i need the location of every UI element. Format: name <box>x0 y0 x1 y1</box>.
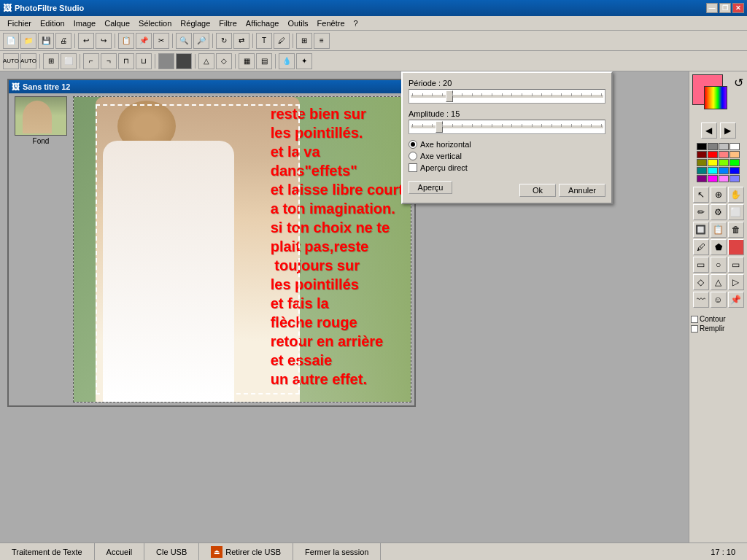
palette-color[interactable] <box>729 175 740 182</box>
apercu-button[interactable]: Aperçu <box>409 181 452 194</box>
apercu-direct-row[interactable]: Aperçu direct <box>409 163 605 172</box>
prev-color-button[interactable]: ◀ <box>701 122 717 139</box>
shape-btn-3[interactable]: ⊓ <box>118 53 134 69</box>
menu-item-fentre[interactable]: Fenêtre <box>313 18 349 29</box>
wave-tool[interactable]: 〰 <box>693 292 709 308</box>
shape-btn-1[interactable]: ⌐ <box>83 53 99 69</box>
color-picker[interactable]: ↺ <box>692 74 745 118</box>
arrow-shape-tool[interactable]: ▷ <box>728 274 744 290</box>
radio-vertical[interactable]: Axe vertical <box>409 152 605 160</box>
zoom-out-button[interactable]: 🔎 <box>193 33 209 49</box>
polygon-tool[interactable]: ⬟ <box>711 239 727 255</box>
minimize-button[interactable]: — <box>706 3 718 13</box>
line-tool[interactable]: ▭ <box>728 257 744 273</box>
auto-button[interactable]: AUTO <box>3 53 19 69</box>
palette-color[interactable] <box>719 151 729 158</box>
settings-tool[interactable]: ⚙ <box>711 204 727 220</box>
open-button[interactable]: 📁 <box>20 33 36 49</box>
palette-color[interactable] <box>719 175 729 182</box>
lasso-tool[interactable]: ⊕ <box>711 187 727 203</box>
eraser-tool[interactable]: ⬜ <box>728 204 744 220</box>
shape-btn-2[interactable]: ¬ <box>101 53 117 69</box>
layers-button[interactable]: ≡ <box>314 33 330 49</box>
crop-tool[interactable]: 🔲 <box>693 222 709 238</box>
periode-slider[interactable] <box>409 89 605 104</box>
new-button[interactable]: 📄 <box>3 33 19 49</box>
radio-horizontal[interactable]: Axe horizontal <box>409 140 605 149</box>
print-button[interactable]: 🖨 <box>55 33 71 49</box>
palette-color[interactable] <box>729 143 740 150</box>
palette-color[interactable] <box>697 151 707 158</box>
pencil-tool[interactable]: ✏ <box>693 204 709 220</box>
palette-color[interactable] <box>708 175 718 182</box>
diamond-btn[interactable]: ◇ <box>216 53 232 69</box>
radio-vertical-circle[interactable] <box>409 152 417 160</box>
menu-item-slection[interactable]: Sélection <box>134 18 176 29</box>
palette-color[interactable] <box>729 167 740 174</box>
arrow-tool[interactable]: ↖ <box>693 187 709 203</box>
transform-button[interactable]: ⊞ <box>43 53 59 69</box>
menu-item-calque[interactable]: Calque <box>100 18 134 29</box>
flip-button[interactable]: ⇄ <box>233 33 249 49</box>
text-button[interactable]: T <box>256 33 272 49</box>
palette-color[interactable] <box>708 143 718 150</box>
amplitude-slider[interactable] <box>409 120 605 134</box>
delete-tool[interactable]: 🗑 <box>728 222 744 238</box>
remplir-checkbox[interactable] <box>691 325 698 332</box>
save-button[interactable]: 💾 <box>38 33 54 49</box>
undo-button[interactable]: ↩ <box>78 33 94 49</box>
brush-button[interactable]: 🖊 <box>274 33 290 49</box>
main-canvas[interactable]: reste bien surles pointillés.et la vadan… <box>73 96 411 402</box>
status-traitement[interactable]: Traitement de Texte <box>0 543 95 560</box>
palette-color[interactable] <box>697 159 707 166</box>
palette-color[interactable] <box>729 159 740 166</box>
star-btn[interactable]: ✦ <box>296 53 312 69</box>
menu-item-edition[interactable]: Edition <box>36 18 69 29</box>
menu-item-fichier[interactable]: Fichier <box>3 18 36 29</box>
amplitude-thumb[interactable] <box>436 121 443 133</box>
menu-item-[interactable]: ? <box>349 18 363 29</box>
fill-tool[interactable] <box>728 239 744 255</box>
palette-color[interactable] <box>697 167 707 174</box>
zoom-in-button[interactable]: 🔍 <box>176 33 192 49</box>
menu-item-rglage[interactable]: Réglage <box>176 18 214 29</box>
face-tool[interactable]: ☺ <box>711 292 727 308</box>
palette-color[interactable] <box>708 159 718 166</box>
palette-color[interactable] <box>729 151 740 158</box>
rotate-button[interactable]: ↻ <box>216 33 232 49</box>
secondary-color[interactable] <box>704 86 727 109</box>
grid-button[interactable]: ⊞ <box>296 33 312 49</box>
remplir-checkbox-row[interactable]: Remplir <box>691 324 746 332</box>
copy-button[interactable]: 📋 <box>118 33 134 49</box>
triangle-btn[interactable]: △ <box>198 53 214 69</box>
color-btn-1[interactable] <box>158 53 174 69</box>
contour-checkbox-row[interactable]: Contour <box>691 315 746 323</box>
color-btn-2[interactable] <box>176 53 192 69</box>
periode-thumb[interactable] <box>446 90 453 102</box>
color-palette[interactable] <box>697 143 740 182</box>
ok-button[interactable]: Ok <box>519 184 556 197</box>
radio-horizontal-circle[interactable] <box>409 140 417 149</box>
triangle-tool[interactable]: △ <box>711 274 727 290</box>
palette-color[interactable] <box>697 143 707 150</box>
next-color-button[interactable]: ▶ <box>720 122 736 139</box>
status-fermer[interactable]: Fermer la session <box>293 543 381 560</box>
contour-checkbox[interactable] <box>691 316 698 323</box>
status-retirer-usb[interactable]: ⏏ Retirer cle USB <box>199 543 293 560</box>
apercu-direct-checkbox[interactable] <box>409 163 417 172</box>
redo-button[interactable]: ↪ <box>96 33 112 49</box>
fill-btn[interactable]: ▦ <box>239 53 255 69</box>
status-cle-usb[interactable]: Cle USB <box>144 543 199 560</box>
palette-color[interactable] <box>708 167 718 174</box>
droplet-btn[interactable]: 💧 <box>279 53 295 69</box>
reset-colors-icon[interactable]: ↺ <box>734 76 743 90</box>
brush-tool[interactable]: 🖊 <box>693 239 709 255</box>
menu-item-image[interactable]: Image <box>69 18 101 29</box>
ellipse-select-tool[interactable]: ○ <box>711 257 727 273</box>
select-button[interactable]: ⬜ <box>61 53 77 69</box>
menu-item-filtre[interactable]: Filtre <box>214 18 241 29</box>
menu-item-affichage[interactable]: Affichage <box>241 18 284 29</box>
auto2-button[interactable]: AUTO <box>20 53 36 69</box>
palette-color[interactable] <box>708 151 718 158</box>
paste-button[interactable]: 📌 <box>136 33 152 49</box>
